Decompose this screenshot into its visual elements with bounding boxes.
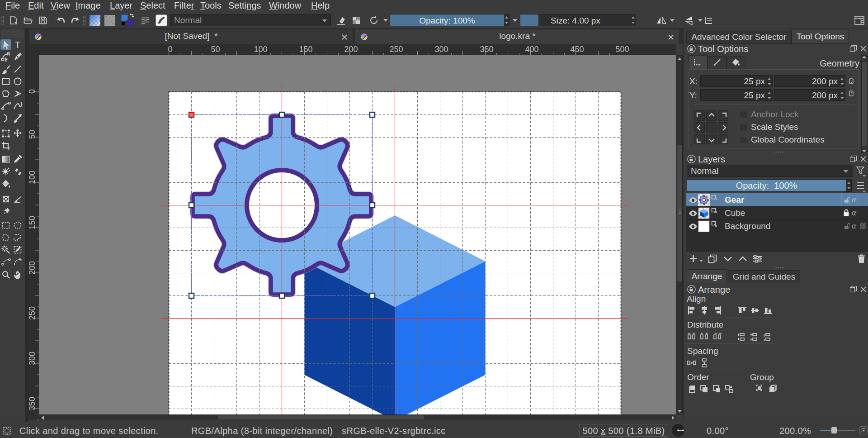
svg-text:350: 350 [480,45,493,54]
svg-text:250: 250 [28,306,37,320]
svg-text:150: 150 [299,45,312,54]
svg-text:100: 100 [254,45,267,54]
svg-text:200: 200 [28,261,37,275]
svg-text:50: 50 [28,130,37,139]
svg-text:100: 100 [28,171,37,184]
svg-text:350: 350 [28,397,37,410]
svg-text:300: 300 [28,352,37,365]
svg-text:300: 300 [434,45,448,54]
svg-text:150: 150 [28,216,37,229]
svg-text:T: T [15,40,21,50]
svg-text:50: 50 [211,45,220,54]
svg-text:0: 0 [168,45,172,54]
svg-text:250: 250 [389,45,403,54]
svg-text:450: 450 [570,45,584,54]
svg-text:400: 400 [525,45,538,54]
svg-text:200: 200 [344,45,358,54]
svg-text:0: 0 [28,89,37,94]
svg-text:500: 500 [615,45,629,54]
